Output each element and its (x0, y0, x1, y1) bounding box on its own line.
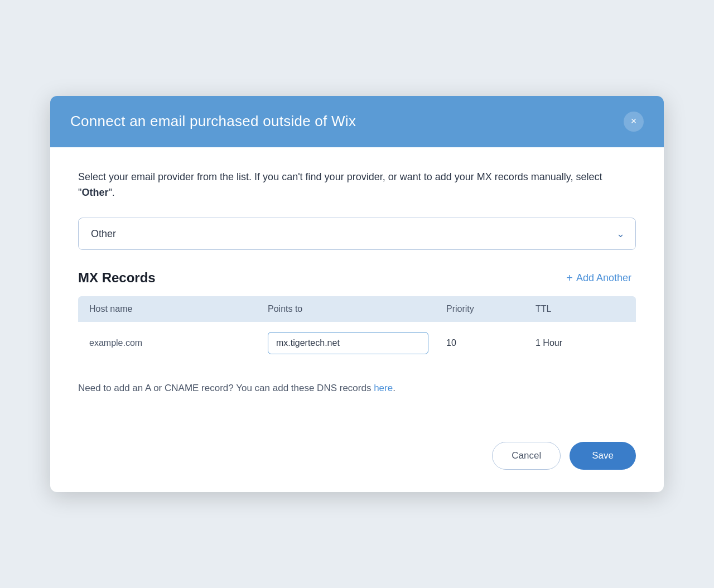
dns-note-before: Need to add an A or CNAME record? You ca… (78, 383, 374, 393)
mx-records-table: Host name Points to Priority TTL example… (78, 296, 636, 364)
cell-hostname: example.com (89, 338, 268, 348)
modal: Connect an email purchased outside of Wi… (50, 96, 664, 492)
modal-body: Select your email provider from the list… (50, 147, 664, 442)
description-text: Select your email provider from the list… (78, 170, 636, 201)
close-button[interactable]: × (624, 112, 644, 132)
dns-link[interactable]: here (374, 383, 393, 393)
dns-note: Need to add an A or CNAME record? You ca… (78, 381, 636, 396)
description-after: ". (108, 187, 114, 198)
cancel-button[interactable]: Cancel (492, 442, 561, 470)
save-button[interactable]: Save (570, 442, 636, 470)
mx-records-section: MX Records + Add Another Host name Point… (78, 270, 636, 364)
modal-header: Connect an email purchased outside of Wi… (50, 96, 664, 147)
table-header: Host name Points to Priority TTL (78, 296, 636, 322)
dns-note-after: . (393, 383, 395, 393)
modal-title: Connect an email purchased outside of Wi… (70, 113, 356, 130)
modal-footer: Cancel Save (50, 442, 664, 492)
provider-select[interactable]: Other Gmail Yahoo Outlook Zoho Mail Fast… (78, 218, 636, 250)
table-row: example.com 10 1 Hour (78, 322, 636, 364)
add-another-label: Add Another (576, 272, 631, 284)
add-another-button[interactable]: + Add Another (562, 270, 636, 286)
close-icon: × (631, 115, 637, 127)
provider-select-wrapper: Other Gmail Yahoo Outlook Zoho Mail Fast… (78, 218, 636, 250)
description-before: Select your email provider from the list… (78, 171, 602, 198)
mx-header: MX Records + Add Another (78, 270, 636, 286)
col-header-ttl: TTL (536, 304, 625, 314)
description-bold: Other (81, 187, 108, 198)
col-header-priority: Priority (446, 304, 536, 314)
points-to-input[interactable] (268, 332, 428, 354)
add-icon: + (566, 272, 573, 283)
col-header-hostname: Host name (89, 304, 268, 314)
mx-records-title: MX Records (78, 270, 156, 286)
cell-ttl: 1 Hour (536, 338, 625, 348)
cell-points-to (268, 332, 446, 354)
cell-priority: 10 (446, 338, 536, 348)
col-header-points-to: Points to (268, 304, 446, 314)
